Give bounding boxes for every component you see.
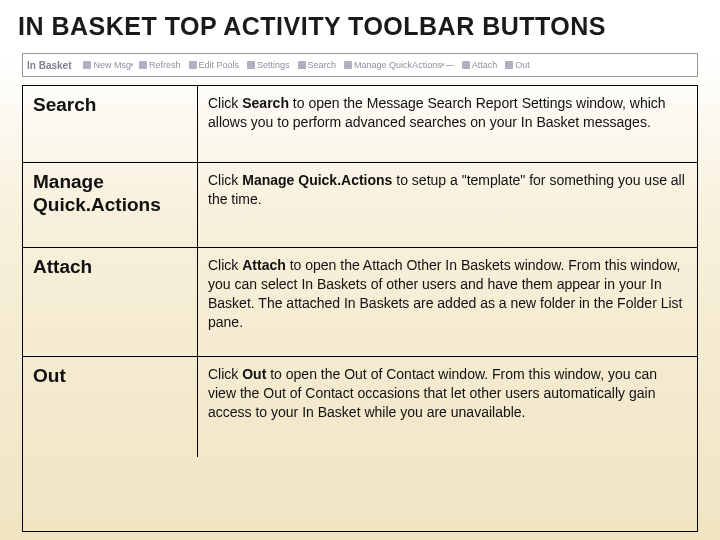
page-title: IN BASKET TOP ACTIVITY TOOLBAR BUTTONS	[18, 12, 704, 41]
definitions-table: Search Click Search to open the Message …	[22, 85, 698, 532]
row-description: Click Manage Quick.Actions to setup a "t…	[198, 163, 697, 247]
quickactions-icon	[344, 61, 352, 69]
toolbar-label: In Basket	[27, 60, 71, 71]
out-icon	[505, 61, 513, 69]
refresh-icon	[139, 61, 147, 69]
desc-text: Click	[208, 95, 242, 111]
row-description: Click Attach to open the Attach Other In…	[198, 248, 697, 356]
toolbar-item-label: Refresh	[149, 60, 181, 70]
row-name: Attach	[23, 248, 198, 356]
toolbar-item-editpools: Edit Pools	[189, 60, 240, 70]
desc-text: to open the Out of Contact window. From …	[208, 366, 657, 420]
toolbar-item-attach: Attach	[462, 60, 498, 70]
desc-text: Click	[208, 257, 242, 273]
toolbar-item-quickactions: Manage QuickActions▾	[344, 60, 454, 70]
row-name: Search	[23, 86, 198, 162]
desc-text: Click	[208, 172, 242, 188]
row-description: Click Out to open the Out of Contact win…	[198, 357, 697, 457]
toolbar-item-label: Settings	[257, 60, 290, 70]
gear-icon	[247, 61, 255, 69]
row-name: Out	[23, 357, 198, 457]
edit-icon	[189, 61, 197, 69]
toolbar-item-label: Attach	[472, 60, 498, 70]
table-row: Attach Click Attach to open the Attach O…	[23, 248, 697, 357]
toolbar-item-label: Manage QuickActions	[354, 60, 442, 70]
desc-bold: Manage Quick.Actions	[242, 172, 392, 188]
toolbar-item-label: Out	[515, 60, 530, 70]
toolbar-item-out: Out	[505, 60, 530, 70]
attach-icon	[462, 61, 470, 69]
toolbar-item-settings: Settings	[247, 60, 290, 70]
table-row: Out Click Out to open the Out of Contact…	[23, 357, 697, 457]
toolbar-item-label: New Msg	[93, 60, 131, 70]
row-name: Manage Quick.Actions	[23, 163, 198, 247]
toolbar-item-search: Search	[298, 60, 337, 70]
desc-bold: Search	[242, 95, 289, 111]
slide: IN BASKET TOP ACTIVITY TOOLBAR BUTTONS I…	[0, 0, 720, 540]
desc-bold: Attach	[242, 257, 286, 273]
desc-bold: Out	[242, 366, 266, 382]
toolbar-item-newmsg: New Msg▾	[83, 60, 131, 70]
table-row: Manage Quick.Actions Click Manage Quick.…	[23, 163, 697, 248]
slide-content: IN BASKET TOP ACTIVITY TOOLBAR BUTTONS I…	[0, 0, 720, 540]
toolbar-screenshot: In Basket New Msg▾ Refresh Edit Pools Se…	[22, 53, 698, 77]
plus-icon	[83, 61, 91, 69]
table-row: Search Click Search to open the Message …	[23, 86, 697, 163]
search-icon	[298, 61, 306, 69]
desc-text: Click	[208, 366, 242, 382]
toolbar-item-label: Edit Pools	[199, 60, 240, 70]
toolbar-item-label: Search	[308, 60, 337, 70]
toolbar-item-refresh: Refresh	[139, 60, 181, 70]
row-description: Click Search to open the Message Search …	[198, 86, 697, 162]
